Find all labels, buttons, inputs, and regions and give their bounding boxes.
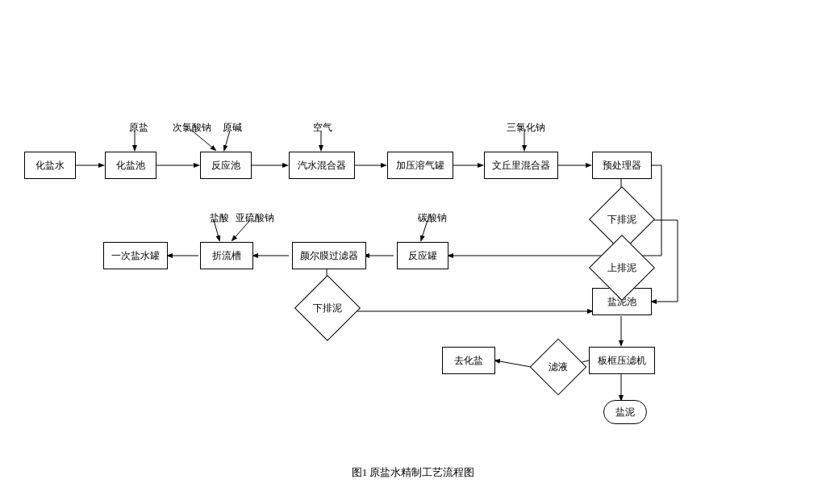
yansuan-label: 盐酸 [205, 211, 234, 225]
yalyusuanna-label: 亚硫酸钠 [234, 211, 276, 225]
huayan-chi-box: 化盐池 [105, 152, 156, 179]
huayan-shui-box: 化盐水 [24, 152, 76, 179]
svg-line-21 [495, 360, 531, 367]
diagram-container: 化盐水 化盐池 反应池 汽水混合器 加压溶气罐 文丘里混合器 预处理器 一次盐水… [0, 0, 826, 504]
kongqi-label: 空气 [308, 121, 337, 135]
yanni-box: 盐泥 [603, 400, 647, 424]
jiaya-box: 加压溶气罐 [387, 152, 453, 179]
yuanjian-label: 原碱 [218, 121, 247, 135]
yuchuliqi-box: 预处理器 [592, 152, 652, 179]
xiapainei2-diamond: 下排泥 [294, 285, 361, 331]
diagram-caption: 图1 原盐水精制工艺流程图 [0, 465, 826, 480]
tansuanna-label: 碳酸钠 [413, 211, 452, 225]
sanluohuana-label: 三氯化钠 [502, 121, 550, 135]
shangpainei-diamond: 上排泥 [589, 244, 655, 291]
yanermoguolvqi-box: 颜尔膜过滤器 [292, 242, 366, 269]
zhiliu-box: 折流槽 [200, 242, 253, 269]
yici-box: 一次盐水罐 [103, 242, 168, 269]
fanying-guan-box: 反应罐 [397, 242, 448, 269]
fanying-chi-box: 反应池 [200, 152, 252, 179]
quhuayan-box: 去化盐 [442, 347, 495, 374]
ciyangsuanna-label: 次氯酸钠 [169, 121, 215, 135]
yuanyan-label: 原盐 [123, 121, 155, 135]
lvye-diamond: 滤液 [529, 347, 587, 387]
bankuang-box: 板框压滤机 [589, 347, 655, 374]
qishui-box: 汽水混合器 [289, 152, 355, 179]
wenqiu-box: 文丘里混合器 [484, 152, 558, 179]
